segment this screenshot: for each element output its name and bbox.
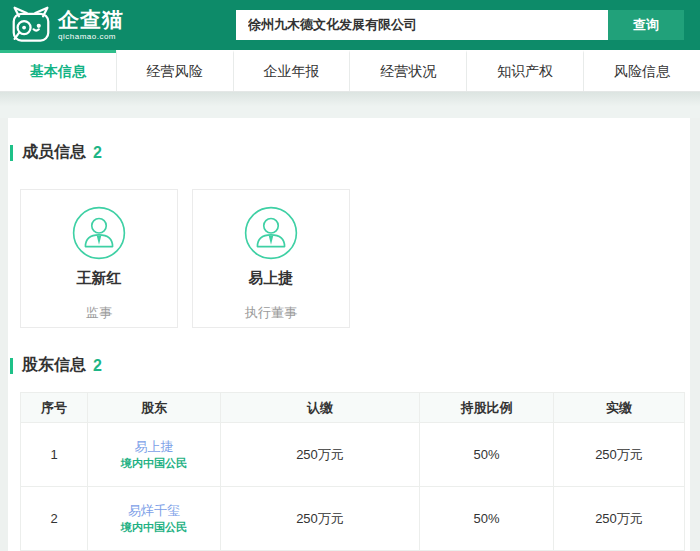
qichamao-cat-icon (10, 6, 52, 44)
table-row: 1 易上捷 境内中国公民 250万元 50% 250万元 (21, 423, 685, 487)
brand-logo[interactable]: 企查猫 qichamao.com (10, 6, 124, 44)
tab-intellectual-property[interactable]: 知识产权 (466, 50, 583, 91)
page-gap-strip (0, 92, 700, 118)
tab-operating-risk[interactable]: 经营风险 (116, 50, 233, 91)
col-header-paid: 实缴 (554, 393, 685, 423)
tab-operating-status[interactable]: 经营状况 (349, 50, 466, 91)
row-index: 1 (21, 423, 88, 487)
brand-name: 企查猫 (58, 9, 124, 30)
member-role: 执行董事 (245, 304, 297, 322)
paid-amount: 250万元 (554, 423, 685, 487)
person-avatar-icon (70, 204, 128, 262)
content-card: 成员信息 2 王新红 监事 (8, 118, 690, 551)
shareholders-section-title: 股东信息 (22, 355, 86, 376)
subscribed-amount: 250万元 (221, 487, 420, 551)
shareholders-section-header: 股东信息 2 (8, 355, 690, 376)
col-header-subscribed: 认缴 (221, 393, 420, 423)
subscribed-amount: 250万元 (221, 423, 420, 487)
col-header-index: 序号 (21, 393, 88, 423)
member-card[interactable]: 王新红 监事 (20, 189, 178, 328)
section-accent-bar (10, 145, 13, 161)
shareholder-name-link[interactable]: 易上捷 (88, 438, 220, 456)
brand-domain: qichamao.com (58, 33, 124, 41)
members-section-header: 成员信息 2 (8, 142, 690, 163)
shareholding-ratio: 50% (420, 423, 554, 487)
table-row: 2 易烊千玺 境内中国公民 250万元 50% 250万元 (21, 487, 685, 551)
shareholder-cell: 易烊千玺 境内中国公民 (88, 487, 221, 551)
members-section-title: 成员信息 (22, 142, 86, 163)
member-card-list: 王新红 监事 易上捷 执行董事 (20, 189, 690, 328)
table-header-row: 序号 股东 认缴 持股比例 实缴 (21, 393, 685, 423)
shareholder-name-link[interactable]: 易烊千玺 (88, 502, 220, 520)
member-name: 王新红 (77, 269, 122, 288)
col-header-shareholder: 股东 (88, 393, 221, 423)
shareholder-cell: 易上捷 境内中国公民 (88, 423, 221, 487)
tab-annual-report[interactable]: 企业年报 (233, 50, 350, 91)
member-role: 监事 (86, 304, 112, 322)
shareholder-type-tag: 境内中国公民 (88, 456, 220, 471)
shareholding-ratio: 50% (420, 487, 554, 551)
member-name: 易上捷 (249, 269, 294, 288)
row-index: 2 (21, 487, 88, 551)
member-card[interactable]: 易上捷 执行董事 (192, 189, 350, 328)
shareholders-count-badge: 2 (93, 357, 102, 375)
section-tabs: 基本信息 经营风险 企业年报 经营状况 知识产权 风险信息 (0, 50, 700, 92)
paid-amount: 250万元 (554, 487, 685, 551)
shareholders-table: 序号 股东 认缴 持股比例 实缴 1 易上捷 境内中国公民 250万元 50% … (20, 392, 685, 551)
top-header: 企查猫 qichamao.com 查询 (0, 0, 700, 50)
person-avatar-icon (242, 204, 300, 262)
search-input[interactable] (236, 10, 608, 40)
members-count-badge: 2 (93, 144, 102, 162)
search-button[interactable]: 查询 (608, 10, 684, 40)
tab-risk-info[interactable]: 风险信息 (583, 50, 700, 91)
col-header-ratio: 持股比例 (420, 393, 554, 423)
qichamao-company-page: { "brand": { "name": "企查猫", "domain": "q… (0, 0, 700, 551)
shareholder-type-tag: 境内中国公民 (88, 520, 220, 535)
section-accent-bar (10, 358, 13, 374)
tab-basic-info[interactable]: 基本信息 (0, 50, 116, 91)
company-search: 查询 (236, 10, 684, 40)
